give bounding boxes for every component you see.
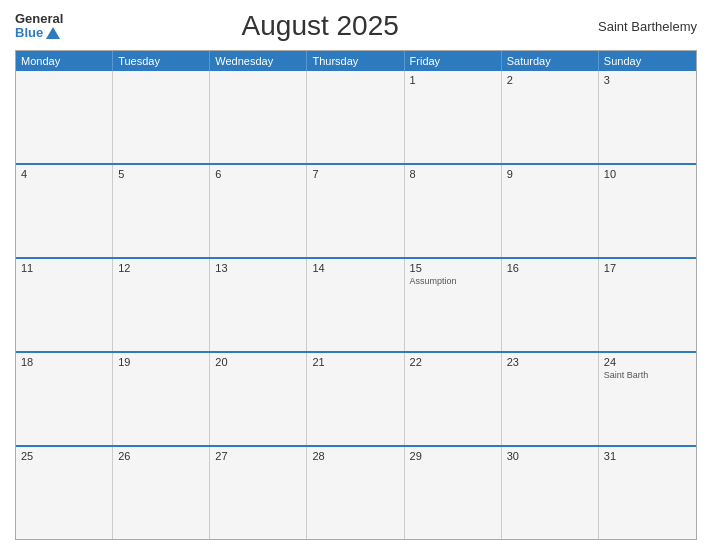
cell-day-number: 13 (215, 262, 301, 274)
cell-day-number: 24 (604, 356, 691, 368)
cal-cell: 26 (113, 447, 210, 539)
cell-day-number: 3 (604, 74, 691, 86)
cal-cell: 5 (113, 165, 210, 257)
cell-day-number: 21 (312, 356, 398, 368)
cell-day-number: 5 (118, 168, 204, 180)
cell-day-number: 22 (410, 356, 496, 368)
cal-cell: 14 (307, 259, 404, 351)
cell-day-number: 15 (410, 262, 496, 274)
cell-day-number: 27 (215, 450, 301, 462)
cal-header-tuesday: Tuesday (113, 51, 210, 71)
logo: General Blue (15, 12, 63, 41)
cell-day-number: 1 (410, 74, 496, 86)
cell-day-number: 23 (507, 356, 593, 368)
cal-header-monday: Monday (16, 51, 113, 71)
cal-cell: 8 (405, 165, 502, 257)
cell-day-number: 6 (215, 168, 301, 180)
cal-week-4: 18192021222324Saint Barth (16, 351, 696, 445)
cal-cell: 16 (502, 259, 599, 351)
header: General Blue August 2025 Saint Barthelem… (15, 10, 697, 42)
cal-cell: 21 (307, 353, 404, 445)
page: General Blue August 2025 Saint Barthelem… (0, 0, 712, 550)
cal-cell: 20 (210, 353, 307, 445)
calendar-header-row: MondayTuesdayWednesdayThursdayFridaySatu… (16, 51, 696, 71)
cal-cell: 22 (405, 353, 502, 445)
cell-day-number: 19 (118, 356, 204, 368)
cal-cell: 15Assumption (405, 259, 502, 351)
cal-cell (113, 71, 210, 163)
cal-cell: 23 (502, 353, 599, 445)
cal-cell (210, 71, 307, 163)
cal-cell: 9 (502, 165, 599, 257)
cal-cell: 10 (599, 165, 696, 257)
cell-day-number: 28 (312, 450, 398, 462)
cal-cell: 11 (16, 259, 113, 351)
cal-cell: 3 (599, 71, 696, 163)
cal-header-wednesday: Wednesday (210, 51, 307, 71)
cell-day-number: 11 (21, 262, 107, 274)
cal-cell: 24Saint Barth (599, 353, 696, 445)
cal-cell: 6 (210, 165, 307, 257)
cell-day-number: 14 (312, 262, 398, 274)
cal-cell: 12 (113, 259, 210, 351)
cal-cell: 7 (307, 165, 404, 257)
cell-day-number: 16 (507, 262, 593, 274)
cell-day-number: 31 (604, 450, 691, 462)
cell-day-number: 17 (604, 262, 691, 274)
cal-cell: 29 (405, 447, 502, 539)
cal-week-3: 1112131415Assumption1617 (16, 257, 696, 351)
cal-week-5: 25262728293031 (16, 445, 696, 539)
cell-day-number: 29 (410, 450, 496, 462)
cell-day-number: 2 (507, 74, 593, 86)
cell-day-number: 7 (312, 168, 398, 180)
cal-header-friday: Friday (405, 51, 502, 71)
cal-header-sunday: Sunday (599, 51, 696, 71)
calendar-body: 123456789101112131415Assumption161718192… (16, 71, 696, 539)
calendar-title: August 2025 (63, 10, 577, 42)
cal-cell: 2 (502, 71, 599, 163)
cal-cell (16, 71, 113, 163)
cal-cell: 30 (502, 447, 599, 539)
cell-day-number: 18 (21, 356, 107, 368)
region-label: Saint Barthelemy (577, 19, 697, 34)
cell-day-number: 10 (604, 168, 691, 180)
cell-day-number: 12 (118, 262, 204, 274)
logo-triangle-icon (46, 27, 60, 39)
cal-cell: 19 (113, 353, 210, 445)
cal-header-saturday: Saturday (502, 51, 599, 71)
cal-header-thursday: Thursday (307, 51, 404, 71)
cal-cell: 25 (16, 447, 113, 539)
cell-day-number: 9 (507, 168, 593, 180)
cal-week-1: 123 (16, 71, 696, 163)
cell-event-label: Saint Barth (604, 370, 691, 380)
cal-cell: 27 (210, 447, 307, 539)
cell-event-label: Assumption (410, 276, 496, 286)
cell-day-number: 20 (215, 356, 301, 368)
cell-day-number: 8 (410, 168, 496, 180)
cal-cell: 31 (599, 447, 696, 539)
cal-week-2: 45678910 (16, 163, 696, 257)
cal-cell: 13 (210, 259, 307, 351)
cal-cell: 17 (599, 259, 696, 351)
logo-general-text: General (15, 12, 63, 26)
calendar: MondayTuesdayWednesdayThursdayFridaySatu… (15, 50, 697, 540)
cal-cell: 28 (307, 447, 404, 539)
cell-day-number: 30 (507, 450, 593, 462)
cell-day-number: 25 (21, 450, 107, 462)
cal-cell: 1 (405, 71, 502, 163)
cal-cell (307, 71, 404, 163)
cal-cell: 4 (16, 165, 113, 257)
cell-day-number: 4 (21, 168, 107, 180)
logo-blue-text: Blue (15, 26, 63, 40)
cell-day-number: 26 (118, 450, 204, 462)
cal-cell: 18 (16, 353, 113, 445)
